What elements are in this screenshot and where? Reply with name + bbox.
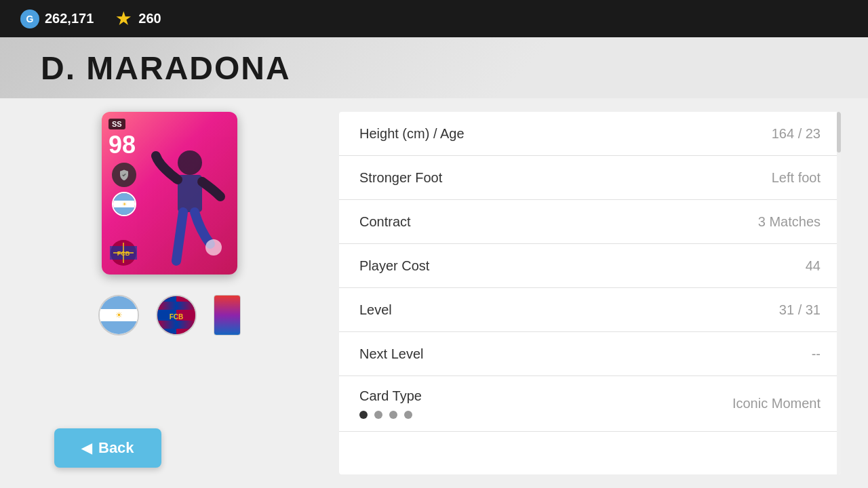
dot-4: [404, 411, 412, 419]
stat-row-next-level: Next Level --: [339, 332, 841, 376]
icons-row: ☀ FCB: [98, 295, 241, 336]
card-rating: 98: [108, 131, 136, 159]
back-button-label: Back: [98, 439, 134, 457]
stat-row-foot: Stronger Foot Left foot: [339, 156, 841, 200]
stars-value: 260: [138, 11, 161, 26]
coins-icon: G: [20, 9, 39, 28]
stat-value-next-level: --: [812, 346, 821, 362]
svg-point-0: [178, 150, 202, 175]
stat-value-card-type: Iconic Moment: [732, 396, 821, 411]
dot-1: [359, 411, 368, 419]
svg-text:FCB: FCB: [170, 313, 184, 321]
card-club-badge: FCB: [110, 239, 137, 266]
stat-value-foot: Left foot: [772, 170, 821, 186]
coins-value: 262,171: [45, 11, 94, 26]
stat-label-cost: Player Cost: [359, 258, 429, 274]
pagination-dots: [359, 411, 422, 419]
stars-display: ★ 260: [114, 9, 161, 28]
stat-row-cost: Player Cost 44: [339, 244, 841, 288]
stat-value-contract: 3 Matches: [758, 214, 821, 230]
scroll-thumb[interactable]: [837, 112, 841, 152]
top-bar: G 262,171 ★ 260: [0, 0, 868, 37]
stat-label-level: Level: [359, 302, 392, 318]
stat-value-height: 164 / 23: [772, 126, 821, 142]
stat-row-contract: Contract 3 Matches: [339, 200, 841, 244]
star-icon: ★: [114, 9, 133, 28]
svg-point-2: [205, 239, 222, 256]
stat-label-height: Height (cm) / Age: [359, 126, 465, 142]
card-type-icon: [214, 295, 241, 336]
stat-label-card-type: Card Type: [359, 388, 422, 404]
argentina-flag-icon: ☀: [98, 295, 139, 336]
stat-row-height: Height (cm) / Age 164 / 23: [339, 112, 841, 156]
card-badge: SS: [108, 119, 125, 129]
shield-icon: [112, 163, 136, 187]
stat-value-cost: 44: [806, 258, 821, 274]
svg-text:FCB: FCB: [117, 250, 130, 257]
barcelona-badge-icon: FCB: [156, 295, 197, 336]
stat-value-level: 31 / 31: [779, 302, 821, 318]
stat-label-next-level: Next Level: [359, 346, 424, 362]
player-header: D. MARADONA: [0, 37, 868, 98]
coins-display: G 262,171: [20, 9, 94, 28]
back-arrow-icon: ◀: [81, 440, 92, 456]
stat-label-foot: Stronger Foot: [359, 170, 442, 186]
main-content: D. MARADONA SS 98: [0, 37, 868, 488]
dot-2: [374, 411, 382, 419]
left-panel: SS 98 ☀: [27, 112, 312, 474]
back-button[interactable]: ◀ Back: [54, 428, 161, 468]
scrollbar[interactable]: [837, 112, 841, 474]
stat-row-card-type: Card Type Iconic Moment: [339, 376, 841, 432]
dot-3: [389, 411, 397, 419]
stat-row-level: Level 31 / 31: [339, 288, 841, 332]
card-argentina-flag: ☀: [112, 192, 136, 216]
stat-label-contract: Contract: [359, 214, 411, 230]
player-silhouette: [146, 142, 234, 271]
player-name: D. MARADONA: [41, 49, 291, 87]
stats-panel: Height (cm) / Age 164 / 23 Stronger Foot…: [339, 112, 841, 474]
player-card: SS 98 ☀: [102, 112, 237, 274]
